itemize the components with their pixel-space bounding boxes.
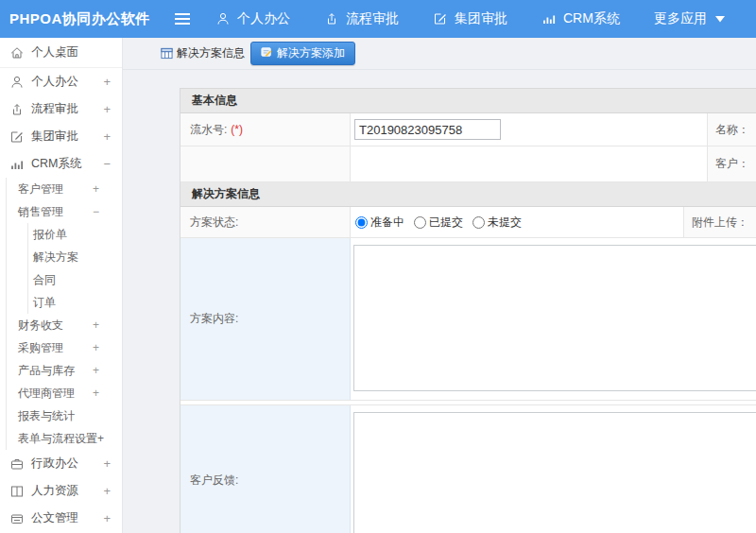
sidebar-item-label: 采购管理	[18, 340, 63, 356]
table-icon	[161, 47, 173, 60]
workflow-icon	[324, 11, 339, 26]
content-field-cell	[351, 238, 756, 400]
sidebar-item-label: 人力资源	[31, 483, 78, 499]
expand-plus-icon[interactable]: +	[103, 511, 111, 525]
feedback-field-cell	[351, 405, 756, 533]
topnav-item-label: 个人办公	[237, 10, 290, 27]
status-label: 方案状态:	[190, 215, 238, 231]
topnav-item-0[interactable]: 个人办公	[215, 10, 290, 27]
serial-input[interactable]	[354, 119, 501, 140]
collapse-minus-icon[interactable]: −	[93, 205, 99, 218]
sidebar-item-CRM系统[interactable]: CRM系统−	[0, 150, 122, 178]
feedback-row: 客户反馈:	[180, 404, 756, 533]
sidebar-item-个人桌面[interactable]: 个人桌面	[0, 38, 122, 68]
feedback-label: 客户反馈:	[190, 473, 238, 489]
topnav-item-1[interactable]: 流程审批	[324, 10, 399, 27]
status-option-2[interactable]: 未提交	[472, 215, 522, 231]
sidebar-item-label: CRM系统	[31, 156, 81, 172]
tab-solution-info[interactable]: 解决方案信息	[161, 45, 245, 61]
sidebar-item-label: 代理商管理	[18, 386, 75, 402]
sidebar-item-label: 解决方案	[33, 249, 78, 266]
expand-plus-icon[interactable]: +	[103, 484, 111, 498]
content-textarea[interactable]	[353, 245, 756, 391]
expand-plus-icon[interactable]: +	[103, 75, 111, 89]
sidebar-item-采购管理[interactable]: 采购管理+	[7, 336, 122, 359]
sidebar-item-label: 表单与流程设置+	[18, 431, 104, 447]
sidebar-item-行政办公[interactable]: 行政办公+	[0, 450, 122, 477]
hamburger-menu-icon[interactable]	[174, 12, 191, 26]
sidebar-item-合同[interactable]: 合同	[28, 268, 122, 291]
caret-down-icon	[715, 16, 725, 23]
status-radio[interactable]	[355, 216, 368, 229]
sidebar-item-label: 报价单	[33, 227, 67, 243]
book-icon	[9, 484, 25, 499]
topnav-item-label: 集团审批	[455, 10, 507, 27]
sidebar-item-客户管理[interactable]: 客户管理+	[7, 178, 122, 200]
expand-plus-icon[interactable]: +	[103, 456, 111, 471]
status-option-0[interactable]: 准备中	[355, 215, 404, 231]
form-add-icon	[261, 46, 273, 61]
sidebar-item-代理商管理[interactable]: 代理商管理+	[7, 382, 122, 404]
tab-bar: 解决方案信息 解决方案添加	[123, 38, 756, 70]
expand-plus-icon[interactable]: +	[93, 318, 99, 332]
collapse-minus-icon[interactable]: −	[103, 157, 111, 171]
sidebar-item-label: 订单	[33, 295, 56, 311]
sidebar-item-解决方案[interactable]: 解决方案	[28, 246, 122, 268]
sidebar-item-label: 产品与库存	[18, 363, 75, 379]
feedback-label-cell: 客户反馈:	[180, 405, 351, 533]
app-logo: PHPOA协同办公软件	[0, 10, 153, 28]
customer-label-cell: 客户：	[708, 146, 756, 181]
sidebar-item-集团审批[interactable]: 集团审批+	[0, 123, 122, 150]
sidebar-item-销售管理[interactable]: 销售管理−	[7, 200, 122, 223]
solution-add-label: 解决方案添加	[277, 45, 345, 61]
required-mark: (*)	[231, 123, 243, 136]
briefcase-icon	[9, 456, 25, 472]
feedback-textarea[interactable]	[353, 412, 756, 533]
sidebar-item-报价单[interactable]: 报价单	[28, 223, 122, 246]
topnav-item-4[interactable]: 更多应用	[654, 10, 725, 27]
expand-plus-icon[interactable]: +	[103, 129, 111, 144]
sidebar-item-label: 合同	[33, 272, 56, 288]
section-header-solution: 解决方案信息	[180, 182, 756, 207]
customer-label: 客户：	[715, 156, 749, 172]
sidebar-submenu-level3: 报价单解决方案合同订单	[27, 223, 122, 314]
status-radio[interactable]	[414, 216, 426, 229]
sidebar-item-报表与统计[interactable]: 报表与统计	[7, 404, 122, 427]
topnav-item-label: 更多应用	[654, 10, 707, 27]
sidebar-item-个人办公[interactable]: 个人办公+	[0, 68, 122, 95]
sidebar-item-label: 公文管理	[31, 510, 78, 526]
expand-plus-icon[interactable]: +	[93, 387, 99, 400]
status-option-1[interactable]: 已提交	[414, 215, 463, 231]
topnav-item-2[interactable]: 集团审批	[433, 10, 507, 27]
name-label-cell: 名称：	[708, 113, 756, 146]
sidebar-item-label: 个人办公	[31, 74, 78, 90]
solution-add-button[interactable]: 解决方案添加	[250, 42, 355, 65]
status-label-cell: 方案状态:	[180, 207, 351, 237]
user-icon	[215, 11, 231, 26]
status-options-cell: 准备中已提交未提交	[351, 207, 684, 237]
expand-plus-icon[interactable]: +	[103, 102, 111, 116]
sidebar-submenu: 客户管理+销售管理−报价单解决方案合同订单财务收支+采购管理+产品与库存+代理商…	[6, 178, 122, 450]
serial-label: 流水号:	[190, 122, 227, 138]
status-row: 方案状态: 准备中已提交未提交 附件上传：	[180, 207, 756, 238]
solution-form-panel: 基本信息 流水号: (*) 名称： 客户：	[180, 88, 756, 533]
sidebar-item-label: 流程审批	[31, 101, 78, 117]
sidebar-item-label: 财务收支	[18, 318, 63, 334]
status-option-label: 准备中	[370, 215, 404, 231]
sidebar-item-人力资源[interactable]: 人力资源+	[0, 477, 122, 505]
topnav-item-3[interactable]: CRM系统	[541, 10, 620, 27]
expand-plus-icon[interactable]: +	[93, 182, 99, 196]
section-header-basic: 基本信息	[180, 89, 756, 113]
edit-icon	[9, 129, 25, 145]
expand-plus-icon[interactable]: +	[93, 364, 99, 377]
sidebar-item-表单与流程设置+[interactable]: 表单与流程设置+	[7, 427, 122, 450]
status-radio[interactable]	[472, 216, 485, 229]
status-option-label: 未提交	[488, 215, 522, 231]
sidebar-item-label: 行政办公	[31, 456, 78, 472]
sidebar-item-流程审批[interactable]: 流程审批+	[0, 95, 122, 123]
sidebar-item-财务收支[interactable]: 财务收支+	[7, 314, 122, 336]
sidebar-item-产品与库存[interactable]: 产品与库存+	[7, 359, 122, 382]
sidebar-item-公文管理[interactable]: 公文管理+	[0, 505, 122, 532]
sidebar-item-订单[interactable]: 订单	[28, 291, 122, 314]
expand-plus-icon[interactable]: +	[93, 341, 99, 354]
